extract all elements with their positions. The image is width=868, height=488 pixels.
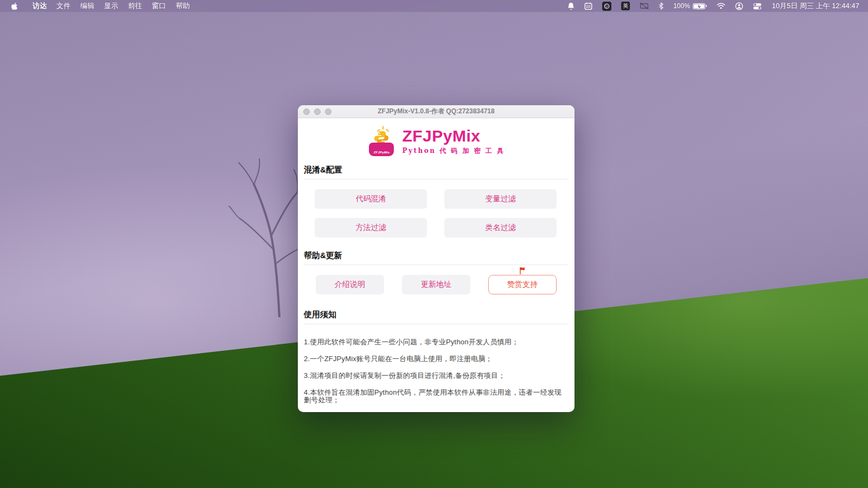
menu-help[interactable]: 帮助 <box>171 0 195 12</box>
note-line: 1.使用此软件可能会产生一些小问题，非专业Python开发人员慎用； <box>304 338 569 346</box>
menu-app-name[interactable]: 访达 <box>28 0 52 12</box>
intro-button[interactable]: 介绍说明 <box>316 275 384 294</box>
donate-button[interactable]: 赞赏支持 <box>488 275 557 294</box>
red-flag-icon <box>518 266 527 275</box>
menu-edit[interactable]: 编辑 <box>75 0 99 12</box>
app-logo-icon: ZFJPyMix <box>367 126 395 157</box>
wifi-icon[interactable] <box>712 0 730 12</box>
menu-bar: 访达 文件 编辑 显示 前往 窗口 帮助 英 100% <box>0 0 868 12</box>
window-title: ZFJPyMix-V1.0.8-作者 QQ:2723834718 <box>298 107 575 116</box>
menubar-datetime[interactable]: 10月5日 周三 上午 12:44:47 <box>767 1 868 11</box>
note-line: 2.一个ZFJPyMix账号只能在一台电脑上使用，即注册电脑； <box>304 355 569 363</box>
divider <box>304 179 569 179</box>
section-title-config: 混淆&配置 <box>304 165 569 175</box>
control-center-icon[interactable] <box>748 0 767 12</box>
method-filter-button[interactable]: 方法过滤 <box>315 218 427 237</box>
update-url-button[interactable]: 更新地址 <box>402 275 470 294</box>
donate-button-label: 赞赏支持 <box>507 280 538 290</box>
battery-icon <box>693 3 705 9</box>
menu-go[interactable]: 前往 <box>123 0 147 12</box>
note-line: 3.混淆项目的时候请复制一份新的项目进行混淆,备份原有项目； <box>304 372 569 380</box>
section-title-help: 帮助&更新 <box>304 251 569 261</box>
usage-notes: 1.使用此软件可能会产生一些小问题，非专业Python开发人员慎用； 2.一个Z… <box>298 338 575 412</box>
input-method-indicator[interactable]: 英 <box>616 0 635 12</box>
window-titlebar[interactable]: ZFJPyMix-V1.0.8-作者 QQ:2723834718 <box>298 105 575 118</box>
battery-percent: 100% <box>673 2 690 10</box>
variable-filter-button[interactable]: 变量过滤 <box>444 189 557 209</box>
app-title: ZFJPyMix <box>402 127 480 145</box>
menu-view[interactable]: 显示 <box>99 0 123 12</box>
class-filter-button[interactable]: 类名过滤 <box>444 218 557 237</box>
apple-menu[interactable] <box>0 2 28 10</box>
note-line: 4.本软件旨在混淆加固Python代码，严禁使用本软件从事非法用途，违者一经发现… <box>304 389 569 404</box>
battery-status[interactable]: 100% <box>668 0 712 12</box>
notification-bell-icon[interactable] <box>563 0 579 12</box>
input-method-badge: 英 <box>621 2 630 10</box>
user-account-icon[interactable] <box>730 0 748 12</box>
screen-mirroring-off-icon[interactable] <box>635 0 654 12</box>
divider <box>304 324 569 324</box>
section-title-notes: 使用须知 <box>304 310 569 320</box>
zfjpymix-window: ZFJPyMix-V1.0.8-作者 QQ:2723834718 ZFJPyMi… <box>298 105 575 412</box>
logo-base-plate: ZFJPyMix <box>369 143 394 156</box>
app-subtitle: Python 代 码 加 密 工 具 <box>402 146 505 156</box>
bluetooth-icon[interactable] <box>654 0 668 12</box>
app-logo: ZFJPyMix ZFJPyMix Python 代 码 加 密 工 具 <box>298 125 575 158</box>
menubar-app-icon[interactable] <box>597 0 616 12</box>
logo-badge-text: ZFJPyMix <box>374 151 390 154</box>
menu-file[interactable]: 文件 <box>52 0 75 12</box>
apple-icon <box>11 2 18 10</box>
code-obfuscate-button[interactable]: 代码混淆 <box>315 189 427 209</box>
calendar-icon[interactable] <box>579 0 597 12</box>
divider <box>304 265 569 265</box>
menu-window[interactable]: 窗口 <box>147 0 171 12</box>
